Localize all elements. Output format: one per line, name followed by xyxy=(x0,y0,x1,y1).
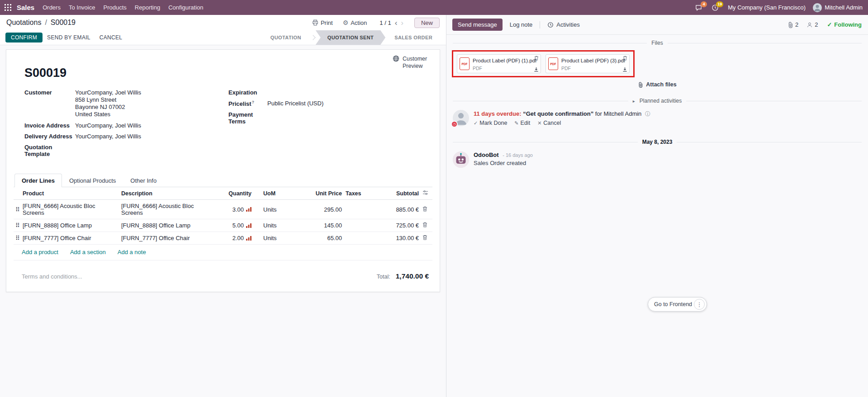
new-button[interactable]: New xyxy=(414,18,440,28)
go-to-frontend-button[interactable]: Go to Frontend xyxy=(654,301,692,307)
order-line-row[interactable]: ⠿ [FURN_8888] Office Lamp [FURN_8888] Of… xyxy=(14,219,432,232)
menu-reporting[interactable]: Reporting xyxy=(135,4,160,11)
user-menu[interactable]: Mitchell Admin xyxy=(813,3,863,12)
status-step-quotation-sent[interactable]: QUOTATION SENT xyxy=(316,30,385,45)
send-by-email-button[interactable]: SEND BY EMAIL xyxy=(43,33,95,43)
attachment-name[interactable]: Product Label (PDF) (1).pdf xyxy=(473,58,536,63)
download-attachment-icon[interactable] xyxy=(534,67,539,72)
cell-product[interactable]: [FURN_6666] Acoustic Bloc Screens xyxy=(21,200,119,219)
log-note-button[interactable]: Log note xyxy=(505,19,537,31)
print-button[interactable]: Print xyxy=(312,19,333,26)
forecast-icon[interactable] xyxy=(246,207,251,212)
delete-attachment-icon[interactable] xyxy=(623,56,627,61)
pager-next-icon[interactable]: › xyxy=(401,19,403,27)
menu-to-invoice[interactable]: To Invoice xyxy=(69,4,95,11)
cell-quantity[interactable]: 3.00 xyxy=(232,206,244,213)
confirm-button[interactable]: CONFIRM xyxy=(5,33,43,43)
attachment-card[interactable]: PDF Product Label (PDF) (1).pdf PDF xyxy=(457,54,541,73)
cancel-activity-button[interactable]: ✕Cancel xyxy=(537,120,561,126)
record-name[interactable]: S00019 xyxy=(24,66,432,80)
mark-done-button[interactable]: ✓Mark Done xyxy=(474,120,507,126)
add-section-link[interactable]: Add a section xyxy=(70,249,106,255)
apps-grid-icon[interactable] xyxy=(5,4,11,11)
drag-handle-icon[interactable]: ⠿ xyxy=(14,232,21,245)
total-value: 1,740.00 € xyxy=(396,272,429,280)
invoice-address-value[interactable]: YourCompany, Joel Willis xyxy=(75,122,141,129)
app-name[interactable]: Sales xyxy=(17,4,34,11)
tab-other-info[interactable]: Other Info xyxy=(123,174,164,187)
cancel-button[interactable]: CANCEL xyxy=(95,33,127,43)
info-icon[interactable]: ⓘ xyxy=(645,111,650,117)
cell-product[interactable]: [FURN_8888] Office Lamp xyxy=(21,219,119,232)
cell-uom[interactable]: Units xyxy=(253,232,295,245)
message-author[interactable]: OdooBot xyxy=(474,151,499,158)
delete-attachment-icon[interactable] xyxy=(534,56,539,61)
toggle-columns-icon[interactable] xyxy=(422,190,428,195)
drag-handle-icon[interactable]: ⠿ xyxy=(14,200,21,219)
customer-preview-button[interactable]: Customer Preview xyxy=(393,55,431,70)
add-note-link[interactable]: Add a note xyxy=(118,249,146,255)
terms-placeholder[interactable]: Terms and conditions... xyxy=(22,273,82,280)
attachment-card[interactable]: PDF Product Label (PDF) (3).pdf PDF xyxy=(545,54,630,73)
cell-unit-price[interactable]: 295.00 xyxy=(295,200,344,219)
download-attachment-icon[interactable] xyxy=(622,67,627,72)
tab-optional-products[interactable]: Optional Products xyxy=(62,174,123,187)
forecast-icon[interactable] xyxy=(246,236,251,241)
activities-button[interactable]: Activities xyxy=(543,19,584,31)
action-menu-button[interactable]: ⚙ Action xyxy=(343,19,367,26)
pricelist-value[interactable]: Public Pricelist (USD) xyxy=(267,100,323,107)
status-step-sales-order[interactable]: SALES ORDER xyxy=(385,30,441,45)
followers-counter-button[interactable]: 2 xyxy=(806,21,818,28)
cell-unit-price[interactable]: 145.00 xyxy=(295,219,344,232)
edit-activity-button[interactable]: ✎Edit xyxy=(514,120,530,126)
attachment-name[interactable]: Product Label (PDF) (3).pdf xyxy=(561,58,625,63)
menu-orders[interactable]: Orders xyxy=(43,4,61,11)
pager-previous-icon[interactable]: ‹ xyxy=(395,19,398,27)
cell-description[interactable]: [FURN_7777] Office Chair xyxy=(119,232,201,245)
cell-quantity[interactable]: 2.00 xyxy=(232,235,244,241)
drag-handle-icon[interactable]: ⠿ xyxy=(14,219,21,232)
menu-configuration[interactable]: Configuration xyxy=(168,4,203,11)
cell-taxes[interactable] xyxy=(344,232,371,245)
add-product-link[interactable]: Add a product xyxy=(22,249,58,255)
menu-products[interactable]: Products xyxy=(103,4,126,11)
col-product[interactable]: Product xyxy=(21,187,119,200)
attach-files-button[interactable]: Attach files xyxy=(446,81,868,88)
cell-description[interactable]: [FURN_8888] Office Lamp xyxy=(119,219,201,232)
col-subtotal[interactable]: Subtotal xyxy=(371,187,421,200)
col-taxes[interactable]: Taxes xyxy=(344,187,371,200)
col-unit-price[interactable]: Unit Price xyxy=(295,187,344,200)
frontend-menu-button[interactable]: ⋮ xyxy=(694,299,705,310)
forecast-icon[interactable] xyxy=(246,223,251,228)
activities-menu-button[interactable]: 19 xyxy=(711,4,721,11)
cell-product[interactable]: [FURN_7777] Office Chair xyxy=(21,232,119,245)
send-message-button[interactable]: Send message xyxy=(452,19,503,31)
status-step-quotation[interactable]: QUOTATION xyxy=(261,30,310,45)
cell-unit-price[interactable]: 65.00 xyxy=(295,232,344,245)
col-uom[interactable]: UoM xyxy=(253,187,295,200)
cell-uom[interactable]: Units xyxy=(253,200,295,219)
cell-uom[interactable]: Units xyxy=(253,219,295,232)
delete-line-icon[interactable] xyxy=(422,206,427,212)
order-line-row[interactable]: ⠿ [FURN_6666] Acoustic Bloc Screens [FUR… xyxy=(14,200,432,219)
customer-value[interactable]: YourCompany, Joel Willis 858 Lynn Street… xyxy=(75,89,141,118)
attachments-counter-button[interactable]: 2 xyxy=(787,21,798,28)
pricelist-help-icon[interactable]: ? xyxy=(252,100,255,104)
delete-line-icon[interactable] xyxy=(422,222,427,227)
cell-taxes[interactable] xyxy=(344,200,371,219)
delete-line-icon[interactable] xyxy=(422,235,427,240)
col-description[interactable]: Description xyxy=(119,187,201,200)
planned-activities-header[interactable]: ▸ Planned activities xyxy=(446,98,868,104)
tab-order-lines[interactable]: Order Lines xyxy=(14,174,62,187)
cell-description[interactable]: [FURN_6666] Acoustic Bloc Screens xyxy=(119,200,201,219)
col-quantity[interactable]: Quantity xyxy=(201,187,253,200)
cell-taxes[interactable] xyxy=(344,219,371,232)
following-button[interactable]: ✓ Following xyxy=(827,21,862,28)
breadcrumb-parent[interactable]: Quotations xyxy=(6,19,41,27)
odoobot-avatar[interactable] xyxy=(453,151,469,168)
company-switcher[interactable]: My Company (San Francisco) xyxy=(728,4,806,11)
messages-menu-button[interactable]: 4 xyxy=(695,4,704,11)
delivery-address-value[interactable]: YourCompany, Joel Willis xyxy=(75,133,141,140)
order-line-row[interactable]: ⠿ [FURN_7777] Office Chair [FURN_7777] O… xyxy=(14,232,432,245)
cell-quantity[interactable]: 5.00 xyxy=(232,222,244,229)
